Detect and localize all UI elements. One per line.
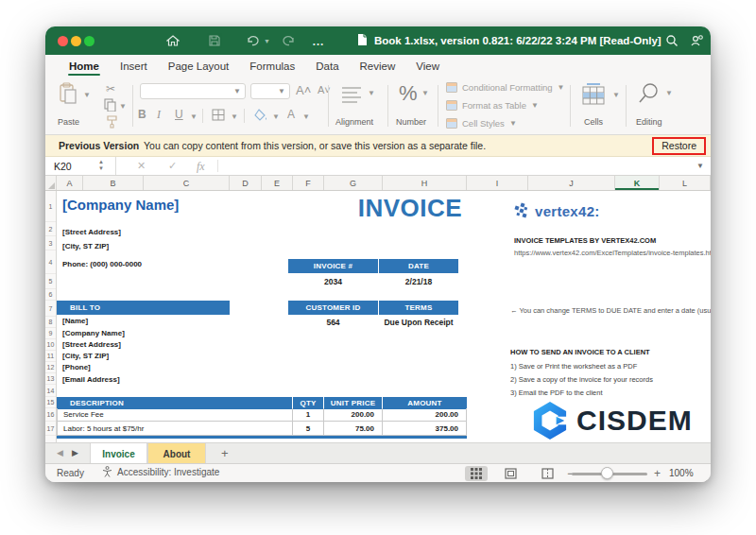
column-header-C[interactable]: C [144,176,230,190]
ribbon-tab-insert[interactable]: Insert [110,60,158,78]
underline-dropdown-icon[interactable]: ▼ [190,112,198,121]
cut-icon[interactable]: ✂ [106,82,115,95]
sheet-prev-icon[interactable]: ◀ [57,448,63,457]
number-dropdown-icon[interactable]: ▼ [421,89,429,97]
row-header-6[interactable]: 6 [45,289,56,301]
tab-invoice[interactable]: Invoice [90,443,147,464]
copy-icon[interactable] [104,98,116,114]
redo-icon[interactable] [282,33,296,48]
editing-dropdown-icon[interactable]: ▼ [665,89,673,97]
column-header-J[interactable]: J [528,176,615,190]
column-header-L[interactable]: L [660,176,711,190]
enter-icon[interactable]: ✓ [168,160,177,172]
alignment-dropdown-icon[interactable]: ▼ [368,89,375,97]
formula-bar-expand-icon[interactable]: ▼ [696,162,704,170]
fill-color-dropdown-icon[interactable]: ▼ [272,112,280,121]
paste-dropdown-icon[interactable]: ▼ [83,91,91,99]
underline-button[interactable]: U [175,108,183,121]
font-size-select[interactable]: ▼ [250,83,290,99]
row-header-3[interactable]: 3 [45,236,56,250]
font-name-select[interactable]: ▼ [140,83,246,99]
row-header-13[interactable]: 13 [45,373,56,385]
paste-icon[interactable] [59,82,77,108]
format-painter-icon[interactable] [106,115,118,131]
conditional-formatting-button[interactable]: Conditional Formatting▼ [446,82,565,93]
editing-icon[interactable] [638,82,661,108]
templates-url[interactable]: https://www.vertex42.com/ExcelTemplates/… [514,249,711,257]
fill-color-button[interactable] [254,109,267,124]
row-header-16[interactable]: 16 [45,408,56,422]
ribbon-tab-page-layout[interactable]: Page Layout [158,60,240,78]
tab-about[interactable]: About [147,443,206,464]
editing-label[interactable]: Editing [636,117,662,127]
row-header-14[interactable]: 14 [45,385,56,397]
ribbon-tab-view[interactable]: View [405,60,450,78]
row-header-11[interactable]: 11 [45,351,56,362]
column-header-B[interactable]: B [83,176,144,190]
ribbon-tab-formulas[interactable]: Formulas [239,60,305,78]
sheet-next-icon[interactable]: ▶ [72,448,78,457]
number-icon[interactable]: % [399,81,418,106]
close-button[interactable] [58,36,68,46]
restore-button[interactable]: Restore [652,137,706,155]
share-icon[interactable] [690,33,704,48]
page-layout-view-button[interactable] [499,466,522,481]
row-header-2[interactable]: 2 [45,222,56,236]
row-header-1[interactable]: 1 [45,191,56,222]
name-box-stepper-icon[interactable]: ▲▼ [98,159,104,172]
column-header-H[interactable]: H [383,176,467,190]
ribbon-tab-data[interactable]: Data [305,60,349,78]
cells-icon[interactable] [581,83,606,109]
column-header-G[interactable]: G [324,176,383,190]
undo-icon[interactable] [246,33,260,48]
column-header-K[interactable]: K [615,176,660,190]
format-as-table-button[interactable]: Format as Table▼ [446,100,539,111]
name-box[interactable]: K20 ▲▼ [45,157,116,175]
cell-styles-button[interactable]: Cell Styles▼ [446,118,517,129]
search-icon[interactable] [665,33,679,48]
copy-dropdown-icon[interactable]: ▼ [119,102,127,111]
select-all-corner[interactable] [45,176,57,190]
zoom-in-button[interactable]: + [654,467,661,480]
font-color-button[interactable]: A [287,108,295,121]
cancel-icon[interactable]: ✕ [137,160,146,172]
home-icon[interactable] [166,33,180,48]
row-header-9[interactable]: 9 [45,328,56,339]
maximize-button[interactable] [84,36,94,46]
borders-dropdown-icon[interactable]: ▼ [231,112,238,121]
increase-font-icon[interactable]: A˄ [296,83,311,97]
alignment-label[interactable]: Alignment [335,117,373,127]
row-header-7[interactable]: 7 [45,301,56,317]
sheet-grid[interactable]: 1234567891011121314151617 [Company Name]… [45,191,711,442]
formula-input[interactable] [225,157,692,175]
row-header-4[interactable]: 4 [45,250,56,274]
borders-button[interactable] [212,109,225,124]
row-header-12[interactable]: 12 [45,362,56,373]
cells-dropdown-icon[interactable]: ▼ [612,91,620,99]
row-header-10[interactable]: 10 [45,339,56,351]
column-header-F[interactable]: F [293,176,324,190]
row-header-5[interactable]: 5 [45,274,56,289]
column-header-E[interactable]: E [262,176,293,190]
save-icon[interactable] [208,33,221,48]
bold-button[interactable]: B [138,108,146,121]
ribbon-tab-review[interactable]: Review [350,60,406,78]
page-break-view-button[interactable] [536,466,558,481]
minimize-button[interactable] [71,36,81,46]
insert-function-icon[interactable]: fx [197,160,205,174]
add-sheet-button[interactable]: + [221,446,229,460]
normal-view-button[interactable] [465,466,488,481]
font-color-dropdown-icon[interactable]: ▼ [302,112,310,121]
row-header-8[interactable]: 8 [45,317,56,328]
accessibility-status[interactable]: Accessibility: Investigate [102,466,219,477]
italic-button[interactable]: I [157,108,161,122]
more-toolbar-icon[interactable]: … [312,33,325,48]
zoom-level[interactable]: 100% [669,468,694,478]
number-label[interactable]: Number [396,117,426,127]
column-header-A[interactable]: A [57,176,83,190]
cells-label[interactable]: Cells [584,117,603,127]
alignment-icon[interactable] [340,85,363,107]
ribbon-tab-home[interactable]: Home [59,60,110,78]
column-header-I[interactable]: I [467,176,528,190]
row-header-15[interactable]: 15 [45,397,56,408]
